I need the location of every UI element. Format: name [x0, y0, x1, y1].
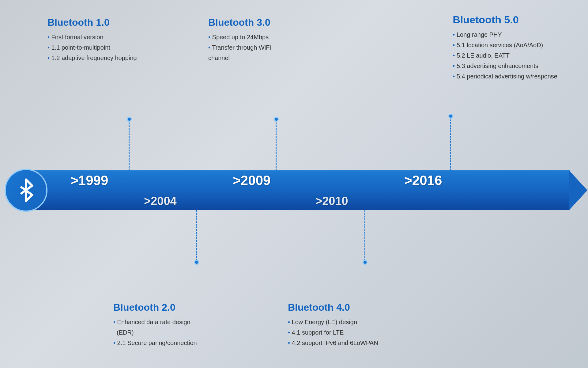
bt20-connector-dot: [194, 260, 199, 265]
year-2010: >2010: [315, 195, 348, 208]
bt50-feature-5: 5.4 periodical advertising w/response: [453, 71, 557, 82]
bt10-feature-2: 1.1 point-to-multipoint: [47, 42, 137, 53]
bluetooth-icon: [15, 178, 37, 203]
bt30-connector-line: [276, 120, 277, 170]
bt20-features: Enhanced data rate design (EDR) 2.1 Secu…: [113, 317, 197, 348]
bt40-connector-dot: [363, 260, 368, 265]
bt30-title: Bluetooth 3.0: [208, 17, 271, 28]
bt10-connector-dot: [127, 117, 132, 122]
year-2009: >2009: [233, 173, 271, 188]
timeline-arrow-tip: [569, 170, 587, 210]
bt30-feature-1: Speed up to 24Mbps: [208, 32, 271, 42]
timeline-bar: >1999 >2004 >2009 >2010 >2016: [24, 170, 570, 210]
bt20-feature-2: 2.1 Secure paring/connection: [113, 338, 197, 348]
bt40-feature-1: Low Energy (LE) design: [288, 317, 378, 327]
bt40-title: Bluetooth 4.0: [288, 302, 378, 313]
bt40-connector-line: [364, 210, 365, 261]
bt20-section: Bluetooth 2.0 Enhanced data rate design …: [113, 302, 197, 348]
year-2004: >2004: [144, 195, 177, 208]
bt50-title: Bluetooth 5.0: [453, 14, 557, 26]
bt10-section: Bluetooth 1.0 First formal version 1.1 p…: [47, 17, 137, 63]
bt40-features: Low Energy (LE) design 4.1 support for L…: [288, 317, 378, 348]
bluetooth-logo-circle: [5, 169, 47, 212]
bt20-connector-line: [196, 210, 197, 261]
bt10-title: Bluetooth 1.0: [47, 17, 137, 28]
bt40-section: Bluetooth 4.0 Low Energy (LE) design 4.1…: [288, 302, 378, 348]
bt50-connector-dot: [448, 114, 453, 119]
bt40-feature-2: 4.1 support for LTE: [288, 327, 378, 338]
bt10-features: First formal version 1.1 point-to-multip…: [47, 32, 137, 63]
main-container: Bluetooth 1.0 First formal version 1.1 p…: [0, 0, 588, 368]
bt50-feature-1: Long range PHY: [453, 29, 557, 40]
bt50-connector-line: [450, 117, 451, 170]
year-2016: >2016: [404, 173, 442, 188]
bt20-title: Bluetooth 2.0: [113, 302, 197, 313]
bt30-section: Bluetooth 3.0 Speed up to 24Mbps Transfe…: [208, 17, 271, 63]
bt50-feature-4: 5.3 advertising enhancements: [453, 61, 557, 71]
bt10-connector-line: [129, 120, 130, 170]
bt20-feature-1: Enhanced data rate design (EDR): [113, 317, 197, 338]
year-1999: >1999: [70, 173, 108, 188]
bt10-feature-1: First formal version: [47, 32, 137, 42]
bt50-section: Bluetooth 5.0 Long range PHY 5.1 locatio…: [453, 14, 557, 82]
bt50-feature-2: 5.1 location services (AoA/AoD): [453, 40, 557, 50]
bt30-feature-2: Transfer through WiFichannel: [208, 42, 271, 63]
bt50-feature-3: 5.2 LE audio, EATT: [453, 50, 557, 61]
bt40-feature-3: 4.2 support IPv6 and 6LoWPAN: [288, 338, 378, 348]
bt50-features: Long range PHY 5.1 location services (Ao…: [453, 29, 557, 82]
bt30-features: Speed up to 24Mbps Transfer through WiFi…: [208, 32, 271, 63]
bt30-connector-dot: [274, 117, 279, 122]
bt10-feature-3: 1.2 adaptive frequency hopping: [47, 53, 137, 63]
